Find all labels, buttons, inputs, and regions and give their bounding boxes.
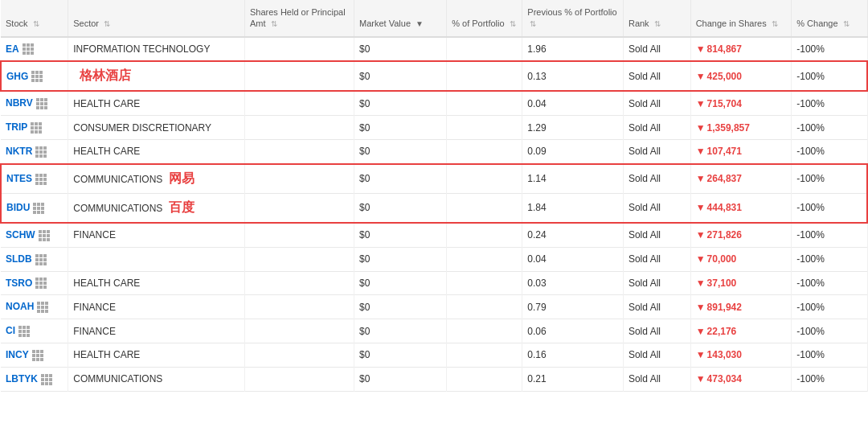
header-rank[interactable]: Rank ⇅	[623, 0, 690, 37]
change-shares-value: 891,942	[707, 302, 742, 313]
header-prev-portfolio[interactable]: Previous % of Portfolio ⇅	[522, 0, 624, 37]
cell-stock: NKTR	[1, 140, 68, 164]
stock-link[interactable]: SCHW	[6, 229, 35, 240]
stock-link[interactable]: LBTYK	[6, 373, 38, 384]
stock-link[interactable]: NOAH	[6, 301, 34, 312]
cell-pct-change: -100%	[792, 223, 867, 247]
cell-change-shares: ▼891,942	[690, 295, 792, 319]
grid-icon[interactable]	[37, 302, 48, 313]
grid-icon[interactable]	[35, 174, 47, 185]
grid-icon[interactable]	[35, 254, 47, 265]
stock-link[interactable]: NKTR	[6, 146, 32, 157]
cell-pct-portfolio	[447, 343, 522, 368]
down-arrow-icon: ▼	[696, 202, 706, 213]
stock-link[interactable]: NBRV	[6, 97, 33, 109]
sector-label: COMMUNICATIONS	[73, 174, 162, 185]
sort-market-icon[interactable]: ▼	[416, 18, 424, 29]
header-shares[interactable]: Shares Held or Principal Amt ⇅	[245, 0, 354, 37]
cell-sector: 格林酒店	[68, 61, 245, 91]
cell-prev-portfolio: 0.09	[522, 140, 624, 164]
cell-rank: Sold All	[623, 271, 690, 295]
cell-pct-change: -100%	[792, 37, 867, 62]
sector-label: COMMUNICATIONS	[73, 203, 162, 214]
cell-rank: Sold All	[623, 295, 690, 319]
grid-icon[interactable]	[18, 326, 30, 337]
cell-market-value: $0	[354, 116, 447, 140]
sort-rank-icon[interactable]: ⇅	[654, 18, 661, 29]
down-arrow-icon: ▼	[696, 229, 706, 240]
cell-sector: COMMUNICATIONS百度	[68, 193, 245, 223]
sector-label: HEALTH CARE	[73, 349, 140, 360]
cell-stock: SCHW	[1, 223, 68, 247]
header-change-shares[interactable]: Change in Shares ⇅	[690, 0, 792, 37]
down-arrow-icon: ▼	[696, 326, 706, 337]
cell-pct-change: -100%	[792, 140, 867, 164]
stock-link[interactable]: INCY	[6, 349, 29, 360]
sort-pctchange-icon[interactable]: ⇅	[843, 18, 850, 29]
grid-icon[interactable]	[23, 43, 34, 55]
cell-pct-change: -100%	[792, 247, 867, 271]
cell-market-value: $0	[354, 91, 447, 115]
header-sector[interactable]: Sector ⇅	[68, 0, 245, 37]
main-table-container: Stock ⇅ Sector ⇅ Shares Held or Principa…	[0, 0, 868, 392]
down-arrow-icon: ▼	[696, 253, 706, 265]
cell-rank: Sold All	[623, 193, 690, 223]
cell-shares-held	[245, 295, 354, 319]
cell-rank: Sold All	[623, 223, 690, 247]
table-row: NKTRHEALTH CARE$00.09Sold All▼107,471-10…	[1, 140, 867, 164]
grid-icon[interactable]	[36, 98, 47, 109]
cell-prev-portfolio: 0.13	[522, 61, 624, 91]
cell-change-shares: ▼271,826	[690, 223, 792, 247]
header-pct-portfolio[interactable]: % of Portfolio ⇅	[447, 0, 522, 37]
grid-icon[interactable]	[35, 278, 47, 289]
cell-market-value: $0	[354, 367, 447, 391]
cell-pct-portfolio	[447, 116, 522, 140]
cell-pct-change: -100%	[792, 271, 867, 295]
cell-sector: FINANCE	[68, 295, 245, 319]
portfolio-table: Stock ⇅ Sector ⇅ Shares Held or Principa…	[0, 0, 868, 392]
cell-sector: HEALTH CARE	[68, 140, 245, 164]
stock-link[interactable]: GHG	[6, 71, 28, 82]
sort-prev-icon[interactable]: ⇅	[530, 18, 536, 29]
sort-sector-icon[interactable]: ⇅	[104, 18, 110, 29]
stock-link[interactable]: SLDB	[6, 253, 32, 265]
cell-market-value: $0	[354, 247, 447, 271]
change-shares-value: 473,034	[707, 373, 742, 384]
cell-prev-portfolio: 0.04	[522, 91, 624, 115]
cell-sector: HEALTH CARE	[68, 343, 245, 368]
cell-change-shares: ▼444,831	[690, 193, 792, 223]
cell-shares-held	[245, 193, 354, 223]
cell-market-value: $0	[354, 164, 447, 194]
header-stock[interactable]: Stock ⇅	[1, 0, 68, 37]
sort-shares-icon[interactable]: ⇅	[271, 18, 277, 29]
header-market[interactable]: Market Value ▼	[354, 0, 447, 37]
stock-link[interactable]: BIDU	[6, 202, 30, 213]
cell-shares-held	[245, 37, 354, 62]
cell-shares-held	[245, 61, 354, 91]
down-arrow-icon: ▼	[696, 43, 706, 55]
header-pct-change[interactable]: % Change ⇅	[792, 0, 867, 37]
cell-change-shares: ▼715,704	[690, 91, 792, 115]
sector-label: FINANCE	[73, 326, 116, 337]
sort-stock-icon[interactable]: ⇅	[33, 18, 39, 29]
cell-rank: Sold All	[623, 116, 690, 140]
grid-icon[interactable]	[39, 230, 50, 241]
stock-link[interactable]: TRIP	[6, 121, 27, 133]
stock-link[interactable]: CI	[6, 325, 15, 336]
cell-shares-held	[245, 367, 354, 391]
grid-icon[interactable]	[31, 71, 43, 82]
sort-pct-icon[interactable]: ⇅	[510, 18, 516, 29]
stock-link[interactable]: NTES	[6, 173, 32, 184]
cell-market-value: $0	[354, 271, 447, 295]
grid-icon[interactable]	[32, 350, 43, 361]
cell-pct-change: -100%	[792, 91, 867, 115]
stock-link[interactable]: EA	[6, 43, 19, 55]
sort-change-icon[interactable]: ⇅	[772, 18, 778, 29]
grid-icon[interactable]	[31, 122, 42, 134]
stock-link[interactable]: TSRO	[6, 278, 32, 289]
grid-icon[interactable]	[41, 374, 52, 385]
grid-icon[interactable]	[35, 146, 47, 158]
change-shares-value: 425,000	[707, 71, 742, 82]
grid-icon[interactable]	[33, 203, 44, 214]
cell-shares-held	[245, 140, 354, 164]
